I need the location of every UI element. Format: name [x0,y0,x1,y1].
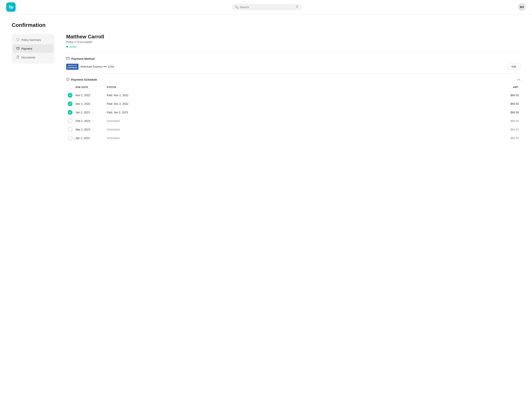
row-status: Scheduled [105,117,389,125]
header-row: DUE DATE STATUS AMT. [66,85,520,91]
mic-icon[interactable]: 🎙 [296,5,299,9]
row-check [66,100,74,108]
customer-name: Matthew Carroll [66,34,520,40]
table-row: Dec 2, 2022Paid: Dec 2, 2022$66.50 [66,100,520,108]
svg-rect-6 [66,57,70,60]
table-row: Nov 1, 2022Paid: Nov 1, 2022$66.50 [66,91,520,100]
payment-method-icon [66,57,70,61]
status-badge: Active [66,45,76,48]
row-status: Paid: Jan 2, 2023 [105,108,389,117]
sidebar-label-documents: Documents [21,56,35,59]
paid-icon [68,110,73,115]
page-title: Confirmation [12,22,520,28]
payment-method-left: AMERICAN EXPRESS American Express •••• 1… [66,64,114,70]
policy-number: Policy # TCA1234567 [66,40,520,44]
sidebar-item-payment[interactable]: Payment [13,44,53,53]
table-body: Nov 1, 2022Paid: Nov 1, 2022$66.50 Dec 2… [66,91,520,142]
row-check [66,117,74,125]
schedule-header: Payment Schedule [66,78,520,82]
row-amount: $66.50 [389,100,520,108]
table-row: Apr 2, 2023Scheduled$66.50 [66,134,520,142]
search-input[interactable] [240,5,294,9]
th-status: STATUS [105,85,389,91]
card-label: American Express •••• 1234 [80,65,114,68]
main-content: Confirmation Policy Summary [0,14,532,154]
table-row: Feb 2, 2023Scheduled$66.50 [66,117,520,125]
row-check [66,108,74,117]
payment-method-title: Payment Method [71,57,95,60]
row-status: Paid: Dec 2, 2022 [105,100,389,108]
customer-info: Matthew Carroll Policy # TCA1234567 Acti… [66,34,520,53]
table-header: DUE DATE STATUS AMT. [66,85,520,91]
app-logo: Sp [6,2,16,12]
table-row: Mar 2, 2023Scheduled$66.50 [66,125,520,134]
header: Sp 🔍 🎙 BH [0,0,532,14]
edit-payment-button[interactable]: Edit [507,64,520,70]
clock-icon [66,78,70,82]
row-due-date: Mar 2, 2023 [74,125,105,134]
row-due-date: Jan 2, 2023 [74,108,105,117]
payment-schedule-section: Payment Schedule DUE DATE STATUS [66,74,520,146]
empty-icon [68,127,73,132]
schedule-title-text: Payment Schedule [71,78,97,81]
th-amount: AMT. [389,85,520,91]
amex-card-logo: AMERICAN EXPRESS [66,64,78,70]
row-amount: $66.50 [389,134,520,142]
row-check [66,91,74,100]
sidebar-label-payment: Payment [21,47,32,50]
empty-icon [68,136,73,140]
th-check [66,85,74,91]
table-row: Jan 2, 2023Paid: Jan 2, 2023$66.50 [66,108,520,117]
row-status: Scheduled [105,134,389,142]
row-due-date: Feb 2, 2023 [74,117,105,125]
sidebar-item-documents[interactable]: Documents [13,53,53,62]
schedule-title: Payment Schedule [66,78,97,82]
paid-icon [68,102,73,106]
payment-schedule-table: DUE DATE STATUS AMT. Nov 1, 2022Paid: No… [66,85,520,142]
row-due-date: Nov 1, 2022 [74,91,105,100]
row-check [66,125,74,134]
layout: Policy Summary Payment [12,34,520,146]
shield-icon [16,38,19,42]
status-label: Active [69,45,76,48]
payment-method-row: AMERICAN EXPRESS American Express •••• 1… [66,64,520,70]
row-due-date: Dec 2, 2022 [74,100,105,108]
svg-rect-1 [17,47,19,49]
row-check [66,134,74,142]
row-amount: $66.50 [389,108,520,117]
paid-icon [68,93,73,98]
empty-icon [68,119,73,123]
left-sidebar: Policy Summary Payment [12,34,55,146]
row-amount: $66.50 [389,117,520,125]
th-due-date: DUE DATE [74,85,105,91]
row-status: Paid: Nov 1, 2022 [105,91,389,100]
row-amount: $66.50 [389,125,520,134]
status-dot [66,46,68,47]
payment-method-header: Payment Method [66,57,520,61]
chevron-up-icon[interactable] [517,78,520,81]
search-icon: 🔍 [235,5,238,9]
svg-text:Sp: Sp [9,5,13,9]
sidebar-item-policy-summary[interactable]: Policy Summary [13,36,53,44]
row-amount: $66.50 [389,91,520,100]
search-bar[interactable]: 🔍 🎙 [232,4,302,10]
payment-method-section: Payment Method AMERICAN EXPRESS American… [66,53,520,74]
sidebar-label-policy-summary: Policy Summary [21,38,41,41]
row-status: Scheduled [105,125,389,134]
sidebar-nav: Policy Summary Payment [12,34,55,64]
card-icon [16,47,19,50]
row-due-date: Apr 2, 2023 [74,134,105,142]
right-content: Matthew Carroll Policy # TCA1234567 Acti… [55,34,520,146]
avatar[interactable]: BH [518,3,526,11]
doc-icon [16,56,19,59]
